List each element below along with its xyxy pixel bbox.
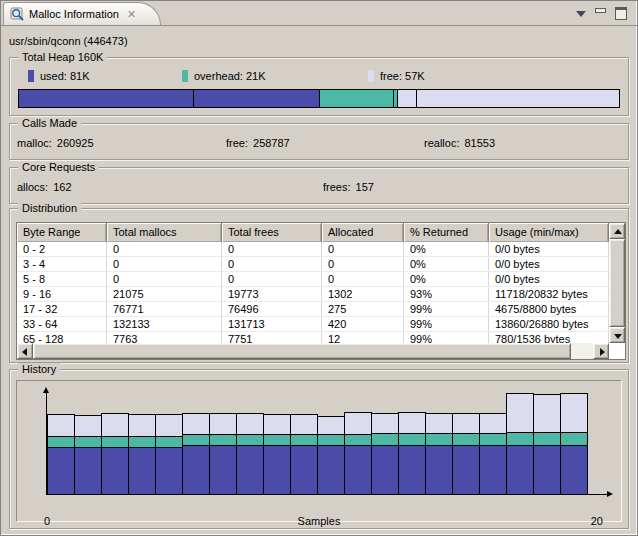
history-bar <box>506 394 534 495</box>
history-bar-segment-overhead <box>560 432 588 446</box>
table-row[interactable]: 17 - 32767717649627599%4675/8800 bytes <box>17 302 609 317</box>
stat-allocs: allocs:162 <box>17 181 72 193</box>
table-cell: 1302 <box>322 287 404 301</box>
table-cell: 5 - 8 <box>17 272 107 286</box>
history-bar <box>263 415 291 495</box>
table-cell: 0/0 bytes <box>489 272 609 286</box>
history-bar-segment-free <box>371 413 399 434</box>
column-header-total-mallocs[interactable]: Total mallocs <box>107 223 222 242</box>
column-header-byte-range[interactable]: Byte Range <box>17 223 107 242</box>
heap-segment-overhead <box>320 90 394 107</box>
group-core-requests: Core Requests allocs:162 frees:157 <box>9 167 629 204</box>
table-row[interactable]: 3 - 40000%0/0 bytes <box>17 257 609 272</box>
minimize-icon[interactable] <box>595 8 606 13</box>
table-row[interactable]: 5 - 80000%0/0 bytes <box>17 272 609 287</box>
scroll-right-button[interactable] <box>593 343 609 359</box>
history-bar-segment-free <box>236 413 264 435</box>
history-bar-segment-used <box>236 445 264 495</box>
table-cell: 131713 <box>222 317 322 331</box>
view-menu-icon[interactable] <box>576 11 586 17</box>
heap-segment-used <box>19 90 194 107</box>
history-bar-segment-free <box>398 412 426 434</box>
scroll-down-button[interactable] <box>609 327 625 343</box>
maximize-icon[interactable] <box>615 7 627 20</box>
view-tab-bar: Malloc Information ✕ <box>1 1 637 26</box>
vertical-scroll-thumb[interactable] <box>609 239 625 327</box>
tab-close-icon[interactable]: ✕ <box>127 8 136 21</box>
history-bar <box>398 413 426 495</box>
legend-label: free: 57K <box>380 70 425 82</box>
legend-swatch-used <box>28 70 34 82</box>
history-bar-segment-free <box>506 393 534 433</box>
vertical-scrollbar[interactable] <box>609 223 625 343</box>
tab-title: Malloc Information <box>29 8 119 20</box>
table-row[interactable]: 33 - 6413213313171342099%13860/26880 byt… <box>17 317 609 332</box>
history-bar-segment-free <box>560 393 588 433</box>
history-bar <box>317 417 345 495</box>
table-cell: 76496 <box>222 302 322 316</box>
history-bar <box>290 415 318 495</box>
malloc-view-icon <box>10 7 25 22</box>
legend-item-free: free: 57K <box>368 70 425 82</box>
scroll-up-button[interactable] <box>609 223 625 239</box>
table-cell: 76771 <box>107 302 222 316</box>
stat-free: free:258787 <box>226 137 290 149</box>
table-row[interactable]: 65 - 128776377511299%780/1536 bytes <box>17 332 609 343</box>
heap-segment-free <box>398 90 417 107</box>
malloc-information-view: Malloc Information ✕ usr/sbin/qconn (446… <box>0 0 638 536</box>
history-bar <box>101 414 129 495</box>
legend-item-overhead: overhead: 21K <box>182 70 266 82</box>
history-bar-segment-used <box>425 445 453 495</box>
history-bar-segment-used <box>128 447 156 495</box>
table-cell: 93% <box>404 287 489 301</box>
history-bar-segment-used <box>209 445 237 495</box>
history-bar-segment-used <box>506 445 534 495</box>
table-cell: 275 <box>322 302 404 316</box>
table-row[interactable]: 0 - 20000%0/0 bytes <box>17 242 609 257</box>
legend-item-used: used: 81K <box>28 70 90 82</box>
group-calls-made-label: Calls Made <box>18 117 81 129</box>
table-cell: 13860/26880 bytes <box>489 317 609 331</box>
table-cell: 19773 <box>222 287 322 301</box>
tab-malloc-information[interactable]: Malloc Information ✕ <box>3 2 161 25</box>
distribution-table-body: Byte RangeTotal mallocsTotal freesAlloca… <box>17 223 609 343</box>
history-bar <box>128 415 156 495</box>
history-bar-segment-free <box>344 412 372 435</box>
table-cell: 0% <box>404 242 489 256</box>
horizontal-scrollbar[interactable] <box>17 343 609 359</box>
table-cell: 0 - 2 <box>17 242 107 256</box>
column-header-usage-min-max[interactable]: Usage (min/max) <box>489 223 609 242</box>
scroll-left-button[interactable] <box>17 343 33 359</box>
history-bar-segment-free <box>155 414 183 437</box>
group-total-heap-label: Total Heap 160K <box>18 51 107 63</box>
column-header-allocated[interactable]: Allocated <box>322 223 404 242</box>
history-chart: 0 Samples 20 <box>16 380 622 522</box>
history-bar-segment-used <box>101 447 129 495</box>
table-cell: 780/1536 bytes <box>489 332 609 343</box>
column-header-returned[interactable]: % Returned <box>404 223 489 242</box>
history-bar-segment-free <box>290 414 318 435</box>
column-header-total-frees[interactable]: Total frees <box>222 223 322 242</box>
history-bar-segment-used <box>317 445 345 495</box>
table-row[interactable]: 9 - 162107519773130293%11718/20832 bytes <box>17 287 609 302</box>
table-header-row: Byte RangeTotal mallocsTotal freesAlloca… <box>17 223 609 242</box>
history-bar-segment-free <box>452 413 480 434</box>
history-bar-segment-used <box>74 447 102 495</box>
history-bar-segment-used <box>533 445 561 495</box>
x-axis <box>46 494 607 495</box>
table-cell: 21075 <box>107 287 222 301</box>
history-bar-segment-used <box>263 445 291 495</box>
group-total-heap: Total Heap 160K used: 81Koverhead: 21Kfr… <box>9 57 629 116</box>
table-cell: 0% <box>404 257 489 271</box>
table-cell: 99% <box>404 332 489 343</box>
history-bar-segment-used <box>398 445 426 495</box>
horizontal-scroll-thumb[interactable] <box>33 343 571 359</box>
history-bar <box>344 413 372 495</box>
history-bar-segment-used <box>560 445 588 495</box>
view-controls <box>576 7 627 20</box>
table-cell: 99% <box>404 317 489 331</box>
table-cell: 12 <box>322 332 404 343</box>
table-cell: 9 - 16 <box>17 287 107 301</box>
history-bar <box>371 414 399 495</box>
x-axis-title: Samples <box>17 515 621 527</box>
